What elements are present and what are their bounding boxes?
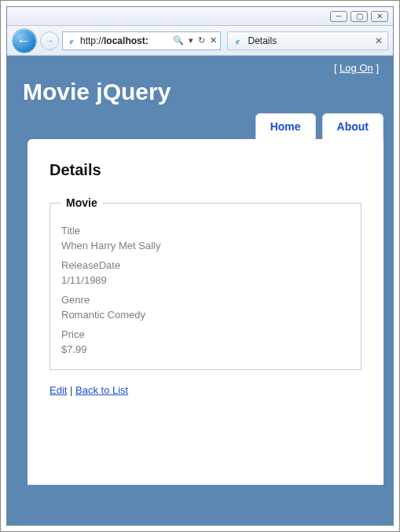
- field-label: Title: [61, 225, 350, 237]
- content-card: Details Movie Title When Harry Met Sally…: [28, 139, 383, 485]
- edit-link[interactable]: Edit: [50, 384, 67, 396]
- address-icons: 🔍 ▾ ↻ ✕: [173, 35, 217, 46]
- field-value: Romantic Comedy: [61, 309, 350, 321]
- tab-close-button[interactable]: ✕: [375, 35, 383, 46]
- browser-navbar: ← → e http://localhost: 🔍 ▾ ↻ ✕ e Detail…: [7, 26, 393, 56]
- back-button[interactable]: ←: [12, 28, 37, 53]
- action-links: Edit | Back to List: [50, 384, 361, 396]
- minimize-button[interactable]: ─: [330, 11, 347, 22]
- maximize-icon: ▢: [356, 12, 363, 20]
- menu-home[interactable]: Home: [255, 113, 316, 139]
- arrow-right-icon: →: [45, 35, 54, 46]
- main-menu: Home About: [7, 113, 393, 139]
- window-outer: ─ ▢ ✕ ← → e http://localhost: 🔍 ▾ ↻ ✕ e …: [0, 0, 400, 532]
- close-window-button[interactable]: ✕: [371, 11, 388, 22]
- field-value: $7.99: [61, 343, 350, 355]
- field-value: When Harry Met Sally: [61, 240, 350, 251]
- arrow-left-icon: ←: [17, 33, 31, 49]
- page-heading: Details: [50, 161, 361, 179]
- field-value: 1/11/1989: [61, 274, 350, 286]
- address-text: http://localhost:: [80, 35, 149, 46]
- logon-link[interactable]: Log On: [339, 62, 373, 74]
- site-title: Movie jQuery: [7, 77, 393, 113]
- field-label: Price: [61, 328, 350, 340]
- movie-fieldset: Movie Title When Harry Met Sally Release…: [50, 196, 361, 370]
- page-viewport: [ Log On ] Movie jQuery Home About Detai…: [7, 56, 393, 525]
- back-to-list-link[interactable]: Back to List: [75, 384, 128, 396]
- search-icon[interactable]: 🔍: [173, 35, 184, 46]
- menu-about[interactable]: About: [322, 113, 383, 139]
- address-bar[interactable]: e http://localhost: 🔍 ▾ ↻ ✕: [62, 31, 221, 50]
- maximize-button[interactable]: ▢: [350, 11, 368, 22]
- tab-title: Details: [248, 35, 277, 46]
- logon-bar: [ Log On ]: [7, 56, 393, 77]
- browser-tab[interactable]: e Details ✕: [227, 31, 389, 50]
- fieldset-legend: Movie: [61, 196, 102, 209]
- field-label: Genre: [61, 294, 350, 306]
- ie-icon: e: [233, 35, 244, 46]
- ie-icon: e: [66, 35, 77, 46]
- forward-button[interactable]: →: [40, 31, 59, 50]
- window-titlebar: ─ ▢ ✕: [7, 7, 393, 26]
- refresh-icon[interactable]: ↻: [198, 35, 205, 46]
- minimize-icon: ─: [336, 12, 341, 20]
- close-icon: ✕: [376, 12, 383, 20]
- stop-icon[interactable]: ✕: [210, 35, 217, 46]
- link-separator: |: [67, 384, 75, 396]
- field-label: ReleaseDate: [61, 259, 350, 271]
- window-frame: ─ ▢ ✕ ← → e http://localhost: 🔍 ▾ ↻ ✕ e …: [6, 6, 394, 526]
